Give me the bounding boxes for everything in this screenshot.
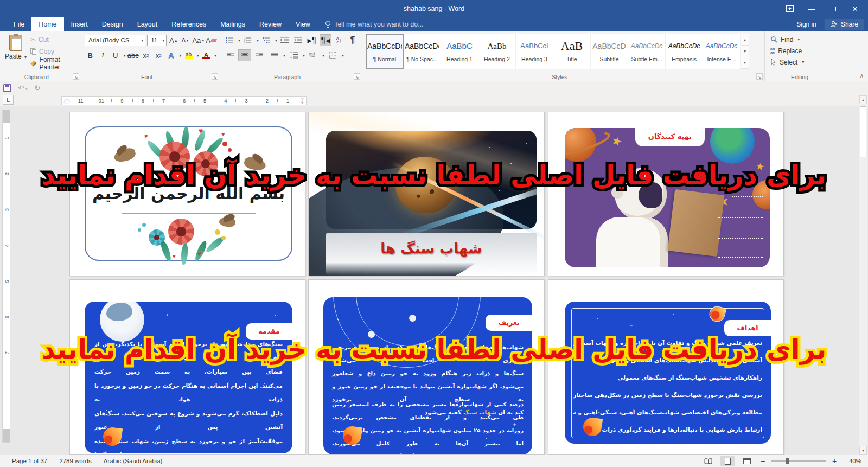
italic-button[interactable]: I <box>97 49 108 61</box>
ltr-direction-button[interactable]: ▸¶ <box>306 34 318 46</box>
tell-me-box[interactable]: Tell me what you want to do... <box>325 17 424 31</box>
tab-home[interactable]: Home <box>31 17 63 31</box>
word-count[interactable]: 2789 words <box>59 458 91 464</box>
read-mode-button[interactable] <box>701 456 715 466</box>
paragraph-dialog-launcher[interactable]: ↘ <box>354 73 360 80</box>
justify-button[interactable] <box>267 49 280 61</box>
style-subtle-emphasis[interactable]: AaBbCcDcSubtle Em... <box>628 34 666 69</box>
borders-button[interactable] <box>326 49 339 61</box>
multilevel-list-caret[interactable]: ▾ <box>275 38 277 43</box>
zoom-out-button[interactable]: − <box>760 457 766 465</box>
line-spacing-button[interactable] <box>287 49 300 61</box>
save-button[interactable] <box>3 84 11 92</box>
borders-caret[interactable]: ▾ <box>342 53 344 58</box>
strikethrough-button[interactable]: abc <box>127 49 139 61</box>
scroll-down-button[interactable]: ▼ <box>859 446 867 455</box>
style-emphasis[interactable]: AaBbCcDcEmphasis <box>666 34 703 69</box>
ribbon-display-options-button[interactable] <box>779 1 801 16</box>
language-indicator[interactable]: Arabic (Saudi Arabia) <box>104 458 163 464</box>
style-no-spacing[interactable]: AaBbCcDc¶ No Spac... <box>404 34 441 69</box>
justify-caret[interactable]: ▾ <box>283 53 285 58</box>
document-area[interactable]: 1 2 3 4 5 6 7 ♥ ♥ ♥ بسم الله الرحمن الرح… <box>0 106 868 455</box>
style-heading3[interactable]: AaBbCcIHeading 3 <box>516 34 553 69</box>
web-layout-button[interactable] <box>740 456 754 466</box>
shading-button[interactable] <box>307 49 320 61</box>
line-spacing-caret[interactable]: ▾ <box>303 53 305 58</box>
rtl-direction-button[interactable]: ¶◂ <box>320 34 331 46</box>
align-left-button[interactable] <box>224 49 237 61</box>
style-heading1[interactable]: AaBbCHeading 1 <box>441 34 478 69</box>
underline-caret[interactable]: ▾ <box>124 53 126 58</box>
show-hide-pilcrow-button[interactable]: ¶ <box>347 34 359 46</box>
change-case-button[interactable]: Aa▾ <box>192 34 204 46</box>
tab-design[interactable]: Design <box>95 17 130 31</box>
paste-button[interactable]: Paste ▾ <box>3 34 28 69</box>
format-painter-button[interactable]: Format Painter <box>30 59 78 68</box>
page-5-definition-slide[interactable]: ++ تعریف شهاب‌ها تکه‌های کوچکی از سنگ‌ها… <box>308 279 545 455</box>
underline-button[interactable]: U <box>110 49 121 61</box>
restore-button[interactable] <box>822 1 844 16</box>
increase-indent-button[interactable] <box>292 34 304 46</box>
zoom-in-button[interactable]: + <box>831 457 838 465</box>
select-caret[interactable]: ▾ <box>802 60 804 65</box>
superscript-button[interactable]: x2 <box>153 49 164 61</box>
replace-button[interactable]: abac Replace <box>768 45 831 56</box>
styles-dialog-launcher[interactable]: ↘ <box>756 73 763 80</box>
zoom-slider[interactable] <box>771 460 826 462</box>
sort-button[interactable]: AZ↓ <box>333 34 345 46</box>
align-center-button[interactable] <box>238 49 251 61</box>
copy-button[interactable]: Copy <box>30 47 78 56</box>
page-2-title-slide[interactable]: شهاب سنگ ها <box>308 112 545 276</box>
tab-references[interactable]: References <box>164 17 213 31</box>
tab-insert[interactable]: Insert <box>64 17 95 31</box>
minimize-button[interactable]: — <box>801 1 822 16</box>
font-color-caret[interactable]: ▾ <box>214 53 216 58</box>
subscript-button[interactable]: x2 <box>141 49 151 61</box>
zoom-slider-thumb[interactable] <box>786 458 789 464</box>
align-right-button[interactable] <box>253 49 266 61</box>
text-effects-caret[interactable]: ▾ <box>179 53 181 58</box>
tab-layout[interactable]: Layout <box>130 17 165 31</box>
redo-button[interactable]: ↻ <box>34 84 41 92</box>
find-button[interactable]: Find▾ <box>768 34 831 45</box>
font-color-button[interactable]: A <box>201 49 212 61</box>
print-layout-button[interactable] <box>720 456 735 466</box>
style-title[interactable]: AaBTitle <box>553 34 591 69</box>
clear-formatting-button[interactable]: A <box>206 34 216 46</box>
cut-button[interactable]: ✂Cut <box>30 35 78 44</box>
page-1-cover-slide[interactable]: ♥ ♥ ♥ بسم الله الرحمن الرحیم ♥ ♥ <box>69 112 305 276</box>
share-button[interactable]: Share <box>825 19 864 30</box>
page-count[interactable]: Page 1 of 37 <box>12 458 47 464</box>
horizontal-ruler[interactable]: 11 01 9 8 7 6 5 4 3 2 1 <box>61 96 307 105</box>
numbering-caret[interactable]: ▾ <box>257 38 259 43</box>
right-indent-markers[interactable] <box>300 98 304 104</box>
bullets-button[interactable] <box>224 34 235 46</box>
sign-in-button[interactable]: Sign in <box>790 21 823 28</box>
paste-dropdown-caret[interactable]: ▾ <box>24 55 27 60</box>
style-heading2[interactable]: AaBbHeading 2 <box>478 34 516 69</box>
vertical-ruler[interactable]: 1 2 3 4 5 6 7 <box>2 110 10 443</box>
font-size-combo[interactable]: 11▾ <box>147 35 167 46</box>
tab-mailings[interactable]: Mailings <box>213 17 252 31</box>
grow-font-button[interactable]: A▲ <box>168 34 178 46</box>
shrink-font-button[interactable]: A▼ <box>180 34 190 46</box>
numbering-button[interactable]: 123 <box>242 34 254 46</box>
collapse-ribbon-button[interactable]: ∧ <box>860 73 864 79</box>
style-subtitle[interactable]: AaBbCcDSubtitle <box>591 34 628 69</box>
font-dialog-launcher[interactable]: ↘ <box>212 73 218 80</box>
style-normal[interactable]: AaBbCcDc¶ Normal <box>366 34 404 69</box>
zoom-level[interactable]: 40% <box>843 458 861 464</box>
close-button[interactable]: ✕ <box>844 1 866 16</box>
bold-button[interactable]: B <box>85 49 95 61</box>
tab-stop-selector[interactable]: L <box>3 95 14 105</box>
styles-scroll-up[interactable]: ▲ <box>741 34 749 46</box>
shading-caret[interactable]: ▾ <box>322 53 324 58</box>
styles-more-button[interactable]: ▼ <box>741 57 749 69</box>
page-6-goals-slide[interactable]: ++ اهداف تعریف علمی شهاب سنگ و تفاوت آن … <box>548 279 784 455</box>
tab-view[interactable]: View <box>289 17 317 31</box>
find-caret[interactable]: ▾ <box>797 37 800 42</box>
scrollbar-thumb[interactable] <box>860 106 866 157</box>
highlight-caret[interactable]: ▾ <box>197 53 199 58</box>
font-name-combo[interactable]: Arial (Body CS▾ <box>85 35 145 46</box>
page-3-contributors-slide[interactable]: ★ ★ ★ تهیه کنندگان <box>548 112 784 276</box>
